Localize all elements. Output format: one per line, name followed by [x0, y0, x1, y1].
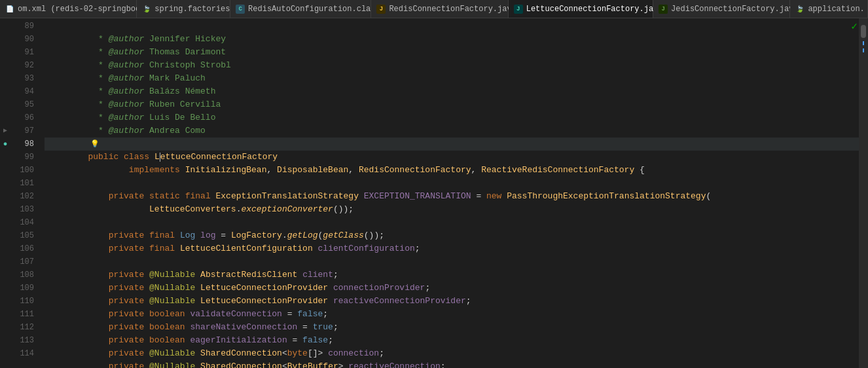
ln-113: 113 [0, 334, 39, 347]
code-line-104: private final Log log = LogFactory.getLo… [45, 216, 859, 229]
ln-95: 95 [0, 98, 39, 111]
main-area: ✓ 89 90 91 92 93 94 95 [0, 18, 868, 368]
code-editor[interactable]: 89 90 91 92 93 94 95 96 [0, 18, 868, 368]
ln-102: 102 [0, 190, 39, 203]
ln-104: 104 [0, 216, 39, 229]
ln-107: 107 [0, 255, 39, 268]
tab-label-6: JedisConnectionFactory.java [671, 5, 798, 14]
code-lines[interactable]: * @author Jennifer Hickey * @author Thom… [45, 18, 859, 368]
tab-jedis-conn-factory[interactable]: J JedisConnectionFactory.java × [653, 0, 790, 18]
ln-96: 96 [0, 111, 39, 124]
check-icon: ✓ [851, 20, 858, 33]
tab-om-xml[interactable]: 📄 om.xml (redis-02-springboot × [0, 0, 137, 18]
tab-redis-auto-config[interactable]: C RedisAutoConfiguration.class × [230, 0, 371, 18]
tab-icon-4: J [376, 5, 386, 14]
tab-icon-7: 🍃 [795, 5, 805, 14]
tab-icon-2: 🍃 [142, 5, 151, 14]
ln-99: 99 [0, 151, 39, 164]
tab-icon-6: J [659, 5, 668, 14]
ln-94: 94 [0, 85, 39, 98]
tab-bar: 📄 om.xml (redis-02-springboot × 🍃 spring… [0, 0, 868, 18]
tab-icon-3: C [236, 5, 245, 14]
ln-112: 112 [0, 321, 39, 334]
tab-application[interactable]: 🍃 application. › [790, 0, 868, 18]
code-line-98: public class LettuceConnectionFactory [45, 138, 859, 151]
ln-108: 108 [0, 268, 39, 282]
code-line-89: * @author Jennifer Hickey [45, 20, 859, 33]
tab-redis-conn-factory[interactable]: J RedisConnectionFactory.java × [371, 0, 508, 18]
tab-lettuce-conn-factory[interactable]: J LettuceConnectionFactory.java × [509, 0, 653, 18]
ln-89: 89 [0, 20, 39, 33]
tab-spring-factories[interactable]: 🍃 spring.factories × [137, 0, 230, 18]
ln-90: 90 [0, 33, 39, 46]
scrollbar-marker-2 [863, 48, 864, 52]
ln-93: 93 [0, 72, 39, 85]
tab-label-5: LettuceConnectionFactory.java [526, 5, 663, 14]
code-line-101: private static final ExceptionTranslatio… [45, 177, 859, 190]
tab-icon-5: J [514, 5, 523, 14]
tab-label-2: spring.factories [154, 5, 230, 14]
tab-label-3: RedisAutoConfiguration.class [248, 5, 380, 14]
ln-110: 110 [0, 295, 39, 308]
ln-97: ▶ 97 [0, 124, 39, 138]
ln-98: ● 98 [0, 138, 39, 151]
ln-109: 109 [0, 282, 39, 295]
fold-icon-98: ● [1, 140, 9, 148]
code-line-107: private @Nullable AbstractRedisClient cl… [45, 255, 859, 268]
tab-label-1: om.xml (redis-02-springboot [18, 5, 145, 14]
tab-label-4: RedisConnectionFactory.java [389, 5, 516, 14]
tab-icon-xml: 📄 [5, 5, 14, 14]
ln-105: 105 [0, 229, 39, 242]
ln-103: 103 [0, 203, 39, 216]
scrollbar-marker-1 [863, 41, 864, 45]
ln-92: 92 [0, 59, 39, 72]
tab-label-7: application. [808, 5, 864, 14]
ln-91: 91 [0, 46, 39, 59]
ln-100: 100 [0, 164, 39, 177]
line-numbers: 89 90 91 92 93 94 95 96 [0, 18, 45, 368]
scrollbar-thumb[interactable] [861, 25, 866, 38]
ln-106: 106 [0, 242, 39, 255]
vertical-scrollbar[interactable] [859, 18, 868, 368]
ln-101: 101 [0, 177, 39, 190]
fold-icon-97[interactable]: ▶ [1, 127, 9, 135]
ln-111: 111 [0, 308, 39, 321]
ln-114: 114 [0, 347, 39, 360]
